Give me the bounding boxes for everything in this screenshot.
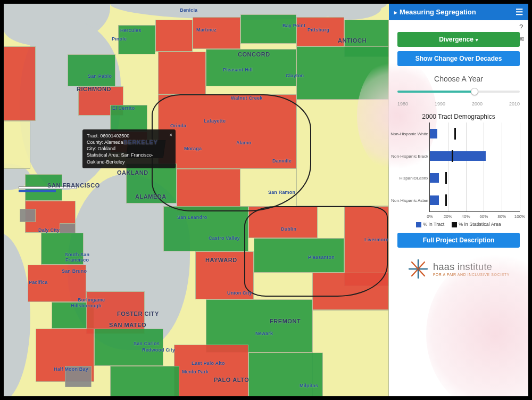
city-label: San Pablo [88, 74, 112, 79]
city-label: South San Francisco [61, 252, 93, 263]
city-label: FREMONT [270, 318, 301, 324]
city-label: Dublin [281, 226, 296, 232]
city-label: Pleasant Hill [223, 67, 253, 72]
divergence-dropdown[interactable]: Divergence▾ [397, 32, 520, 47]
city-label: RICHMOND [77, 86, 111, 92]
chevron-right-icon: ▸ [394, 9, 397, 15]
city-label: Half Moon Bay [54, 366, 88, 372]
map-tooltip: × Tract: 06001402500 County: Alameda Cit… [82, 129, 176, 168]
city-label: PALO ALTO [214, 377, 249, 383]
city-label: ALAMEDA [135, 193, 167, 200]
city-label: Livermore [364, 237, 388, 242]
city-label: ANTIOCH [338, 37, 367, 44]
side-panel: ▸Measuring Segregation ☰ ? ✉ Divergence▾… [389, 4, 528, 396]
city-label: HAYWARD [205, 257, 237, 263]
city-label: Pinole [112, 36, 127, 42]
panel-title: Measuring Segregation [400, 8, 476, 16]
demographics-chart: 0%20%40%60%80%100%Non-Hispanic WhiteNon-… [429, 123, 520, 212]
city-label: San Leandro [177, 215, 207, 220]
year-tick: 1980 [397, 101, 408, 107]
year-slider[interactable] [397, 88, 520, 95]
project-description-button[interactable]: Full Project Description [397, 233, 520, 248]
map-canvas[interactable]: × Tract: 06001402500 County: Alameda Cit… [4, 4, 389, 396]
city-label: SAN FRANCISCO [47, 182, 100, 189]
city-label: Hillsborough [71, 303, 102, 308]
city-label: Clayton [286, 73, 304, 78]
city-label: Bay Point [282, 23, 305, 28]
city-label: Alamo [236, 140, 251, 145]
city-label: Pleasanton [308, 255, 335, 260]
svg-line-5 [412, 269, 418, 276]
city-label: Menlo Park [182, 369, 209, 374]
year-tick: 2000 [472, 101, 483, 107]
city-label: Newark [255, 331, 273, 336]
chart-title: 2000 Tract Demographics [397, 113, 520, 120]
city-label: Martinez [196, 27, 217, 32]
city-label: CONCORD [238, 51, 270, 58]
year-tick: 1990 [435, 101, 445, 107]
city-label: Danville [272, 158, 292, 164]
slider-thumb[interactable] [471, 88, 478, 95]
city-label: Daly City [38, 227, 60, 233]
svg-line-1 [418, 262, 425, 269]
close-icon[interactable]: × [169, 132, 172, 139]
city-label: FOSTER CITY [117, 311, 159, 317]
caret-down-icon: ▾ [476, 37, 478, 43]
city-label: San Carlos [134, 341, 160, 346]
city-label: Moraga [184, 146, 202, 151]
city-label: El Cerrito [112, 105, 135, 111]
city-label: Pittsburg [307, 27, 329, 32]
city-label: Benicia [180, 7, 197, 13]
city-label: SAN MATEO [109, 322, 146, 328]
city-label: Redwood City [142, 347, 175, 353]
year-title: Choose A Year [397, 75, 520, 83]
city-label: Burlingame [78, 297, 105, 303]
logo-burst-icon [408, 258, 429, 280]
panel-header[interactable]: ▸Measuring Segregation ☰ [389, 4, 528, 20]
city-label: Union City [227, 290, 252, 296]
city-label: Castro Valley [209, 235, 240, 241]
city-label: Hercules [120, 28, 141, 33]
menu-icon[interactable]: ☰ [516, 7, 523, 17]
svg-line-7 [412, 262, 418, 269]
svg-line-3 [418, 269, 425, 276]
city-label: Lafayette [204, 118, 226, 124]
show-change-button[interactable]: Show Change Over Decades [397, 51, 520, 66]
city-label: Walnut Creek [231, 95, 262, 101]
city-label: BERKELEY [123, 139, 157, 145]
year-tick: 2010 [509, 101, 520, 107]
city-label: OAKLAND [117, 169, 148, 176]
city-label: Orinda [170, 123, 186, 128]
city-label: East Palo Alto [192, 361, 225, 366]
city-label: Pacifica [29, 280, 47, 285]
city-label: Milpitas [300, 383, 318, 388]
city-label: San Bruno [62, 268, 87, 274]
city-label: San Ramon [268, 190, 295, 195]
